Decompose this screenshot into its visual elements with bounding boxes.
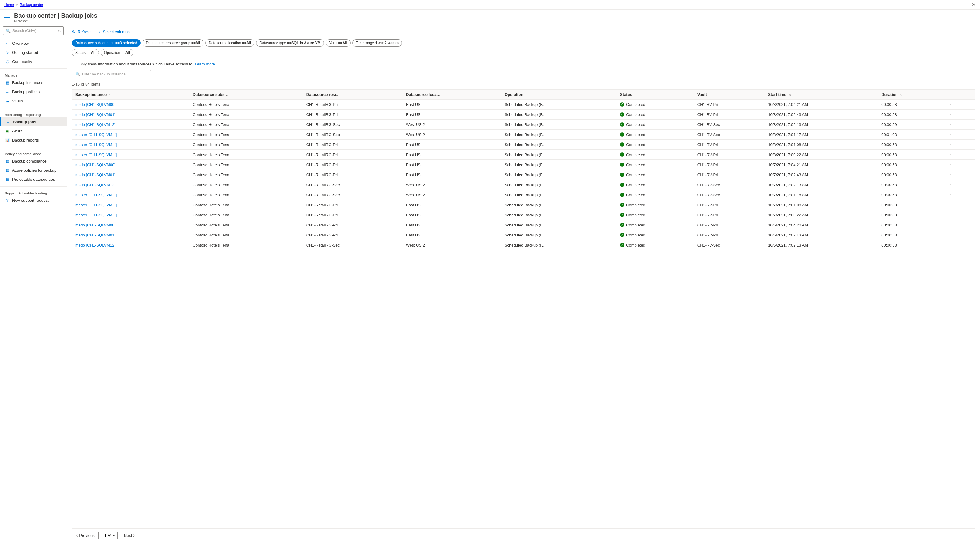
cell-more-13[interactable]: ···	[945, 230, 975, 240]
table-row[interactable]: msdb [CH1-SQLVM01] Contoso Hotels Tena..…	[72, 170, 975, 180]
sidebar-item-backup-reports[interactable]: 📊 Backup reports	[0, 135, 67, 144]
more-icon-1[interactable]: ···	[948, 112, 954, 117]
cell-more-14[interactable]: ···	[945, 240, 975, 250]
collapse-button[interactable]: «	[58, 28, 61, 33]
search-input[interactable]	[13, 29, 56, 33]
more-icon-5[interactable]: ···	[948, 152, 954, 157]
more-icon-9[interactable]: ···	[948, 192, 954, 197]
more-icon-10[interactable]: ···	[948, 202, 954, 207]
cell-more-1[interactable]: ···	[945, 110, 975, 120]
col-backup-instance[interactable]: Backup instance ↑↓	[72, 90, 190, 100]
sidebar-item-new-support[interactable]: ? New support request	[0, 196, 67, 205]
page-select-dropdown[interactable]: 1 2 3 4 5 6	[103, 533, 112, 538]
table-row[interactable]: msdb [CH1-SQLVM01] Contoso Hotels Tena..…	[72, 110, 975, 120]
table-row[interactable]: msdb [CH1-SQLVM12] Contoso Hotels Tena..…	[72, 120, 975, 130]
breadcrumb-current[interactable]: Backup center	[20, 3, 43, 7]
filter-vault[interactable]: Vault == All	[326, 39, 350, 46]
learn-more-link[interactable]: Learn more.	[195, 62, 216, 66]
more-icon-14[interactable]: ···	[948, 242, 954, 248]
sidebar-item-backup-compliance[interactable]: ▦ Backup compliance	[0, 156, 67, 165]
prev-button[interactable]: < Previous	[72, 532, 99, 539]
cell-more-4[interactable]: ···	[945, 140, 975, 150]
cell-more-12[interactable]: ···	[945, 220, 975, 230]
sidebar-item-azure-policies[interactable]: ▦ Azure policies for backup	[0, 165, 67, 175]
cell-subs-8: Contoso Hotels Tena...	[190, 180, 303, 190]
sidebar-item-getting-started[interactable]: ▷ Getting started	[0, 48, 67, 57]
cell-more-5[interactable]: ···	[945, 150, 975, 160]
col-start-time[interactable]: Start time ↑↓	[765, 90, 878, 100]
cell-more-3[interactable]: ···	[945, 130, 975, 140]
table-row[interactable]: msdb [CH1-SQLVM00] Contoso Hotels Tena..…	[72, 160, 975, 170]
cell-start-9: 10/7/2021, 7:01:18 AM	[765, 190, 878, 200]
cell-more-10[interactable]: ···	[945, 200, 975, 210]
table-row[interactable]: master [CH1-SQLVM...] Contoso Hotels Ten…	[72, 140, 975, 150]
refresh-button[interactable]: ↻ Refresh	[72, 28, 92, 36]
table-row[interactable]: master [CH1-SQLVM...] Contoso Hotels Ten…	[72, 210, 975, 220]
table-row[interactable]: msdb [CH1-SQLVM00] Contoso Hotels Tena..…	[72, 100, 975, 110]
table-row[interactable]: master [CH1-SQLVM...] Contoso Hotels Ten…	[72, 190, 975, 200]
more-icon-7[interactable]: ···	[948, 172, 954, 177]
cell-status-13: Completed	[617, 230, 694, 240]
access-checkbox[interactable]	[72, 62, 76, 66]
cell-vault-7: CH1-RV-Pri	[694, 170, 765, 180]
more-icon-2[interactable]: ···	[948, 122, 954, 127]
sidebar-item-backup-policies[interactable]: ≡ Backup policies	[0, 87, 67, 96]
cell-more-6[interactable]: ···	[945, 160, 975, 170]
cell-reso-6: CH1-RetailRG-Pri	[303, 160, 403, 170]
sidebar-item-alerts[interactable]: ▣ Alerts	[0, 126, 67, 135]
table-row[interactable]: msdb [CH1-SQLVM12] Contoso Hotels Tena..…	[72, 240, 975, 250]
table-row[interactable]: msdb [CH1-SQLVM12] Contoso Hotels Tena..…	[72, 180, 975, 190]
col-duration[interactable]: Duration ↑↓	[878, 90, 945, 100]
close-icon[interactable]: ✕	[972, 2, 976, 8]
ellipsis-button[interactable]: ...	[103, 14, 107, 21]
more-icon-11[interactable]: ···	[948, 212, 954, 218]
support-label: Support + troubleshooting	[0, 189, 67, 196]
select-columns-button[interactable]: → Select columns	[97, 28, 130, 36]
more-icon-0[interactable]: ···	[948, 102, 954, 107]
status-label-6: Completed	[626, 162, 645, 167]
more-icon-8[interactable]: ···	[948, 182, 954, 187]
page-select[interactable]: 1 2 3 4 5 6 ▼	[101, 532, 118, 539]
cell-more-0[interactable]: ···	[945, 100, 975, 110]
more-icon-6[interactable]: ···	[948, 162, 954, 167]
more-icon-4[interactable]: ···	[948, 142, 954, 147]
filter-location[interactable]: Datasource location == All	[205, 39, 254, 46]
filter-status[interactable]: Status == All	[72, 49, 99, 56]
table-header-row: Backup instance ↑↓ Datasource subs... Da…	[72, 90, 975, 100]
sidebar-item-vaults[interactable]: ☁ Vaults	[0, 96, 67, 105]
sidebar-item-backup-jobs[interactable]: ≡ Backup jobs	[0, 117, 67, 126]
search-box[interactable]: 🔍 «	[3, 27, 64, 35]
more-icon-3[interactable]: ···	[948, 132, 954, 137]
table-row[interactable]: msdb [CH1-SQLVM01] Contoso Hotels Tena..…	[72, 230, 975, 240]
cell-more-7[interactable]: ···	[945, 170, 975, 180]
table-row[interactable]: msdb [CH1-SQLVM00] Contoso Hotels Tena..…	[72, 220, 975, 230]
filter-subscription[interactable]: Datasource subscription == 3 selected	[72, 39, 141, 46]
more-icon-13[interactable]: ···	[948, 232, 954, 237]
more-icon-12[interactable]: ···	[948, 222, 954, 227]
filter-resource-group[interactable]: Datasource resource group == All	[143, 39, 204, 46]
hamburger-menu[interactable]	[4, 16, 10, 19]
cell-more-9[interactable]: ···	[945, 190, 975, 200]
table-row[interactable]: master [CH1-SQLVM...] Contoso Hotels Ten…	[72, 130, 975, 140]
filter-operation[interactable]: Operation == All	[101, 49, 134, 56]
cell-more-2[interactable]: ···	[945, 120, 975, 130]
sidebar-label-getting-started: Getting started	[12, 50, 38, 55]
sidebar-main-items: ○ Overview ▷ Getting started ⬡ Community	[0, 37, 67, 67]
sidebar-item-protectable-datasources[interactable]: ▦ Protectable datasources	[0, 175, 67, 184]
col-operation: Operation	[501, 90, 617, 100]
sidebar-item-overview[interactable]: ○ Overview	[0, 39, 67, 48]
filter-row: Datasource subscription == 3 selected Da…	[72, 39, 975, 46]
filter-time[interactable]: Time range : Last 2 weeks	[352, 39, 402, 46]
cell-vault-10: CH1-RV-Pri	[694, 200, 765, 210]
breadcrumb-home[interactable]: Home	[4, 3, 14, 7]
sidebar-item-community[interactable]: ⬡ Community	[0, 57, 67, 66]
filter-search-box[interactable]: 🔍	[72, 70, 151, 78]
next-button[interactable]: Next >	[120, 532, 140, 539]
table-row[interactable]: master [CH1-SQLVM...] Contoso Hotels Ten…	[72, 200, 975, 210]
cell-more-8[interactable]: ···	[945, 180, 975, 190]
table-row[interactable]: master [CH1-SQLVM...] Contoso Hotels Ten…	[72, 150, 975, 160]
filter-type[interactable]: Datasource type == SQL in Azure VM	[256, 39, 324, 46]
sidebar-item-backup-instances[interactable]: ▦ Backup instances	[0, 78, 67, 87]
filter-search-input[interactable]	[82, 72, 148, 76]
cell-more-11[interactable]: ···	[945, 210, 975, 220]
